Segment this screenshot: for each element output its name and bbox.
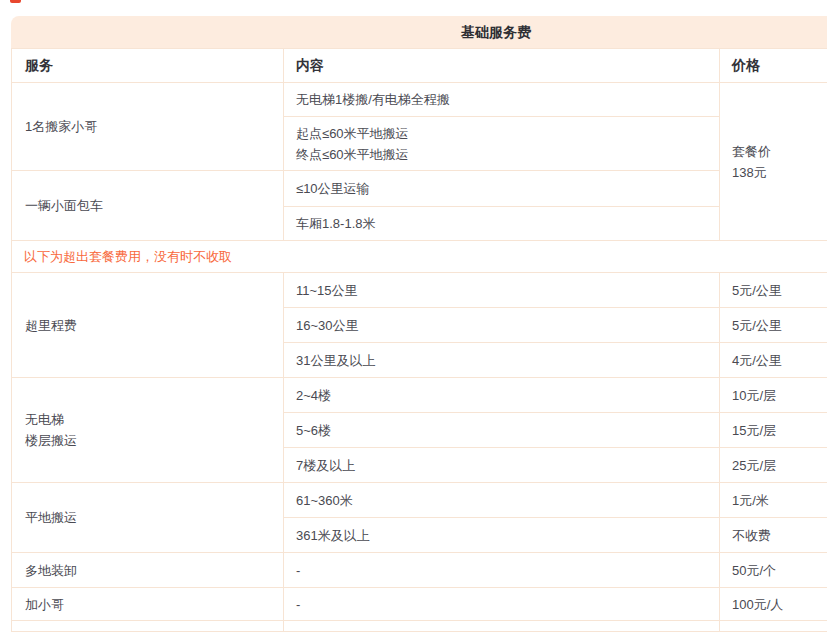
service-cell-mover: 1名搬家小哥 bbox=[12, 83, 284, 171]
service-cell-extra-mover: 加小哥 bbox=[12, 588, 284, 621]
price-cell: 10元/层 bbox=[720, 378, 827, 413]
content-cell: - bbox=[284, 553, 720, 588]
price-cell: 不收费 bbox=[720, 518, 827, 553]
column-header-row: 服务 内容 价格 bbox=[12, 49, 827, 83]
price-cell: 4元/公里 bbox=[720, 343, 827, 378]
col-header-service: 服务 bbox=[12, 49, 284, 83]
col-header-content: 内容 bbox=[284, 49, 720, 83]
price-cell: 1元/米 bbox=[720, 483, 827, 518]
cutoff-red-element bbox=[10, 0, 21, 3]
content-cell: 7楼及以上 bbox=[284, 448, 720, 483]
empty-cell bbox=[284, 621, 720, 632]
content-cell: 16~30公里 bbox=[284, 308, 720, 343]
table-row: 无电梯 楼层搬运 2~4楼 10元/层 bbox=[12, 378, 827, 413]
content-cell: 2~4楼 bbox=[284, 378, 720, 413]
service-cell-extra-mileage: 超里程费 bbox=[12, 273, 284, 378]
basic-service-fee-table: 基础服务费 服务 内容 价格 1名搬家小哥 无电梯1楼搬/有电梯全程搬 套餐价 … bbox=[11, 16, 827, 632]
service-cell-no-elevator: 无电梯 楼层搬运 bbox=[12, 378, 284, 483]
content-cell: ≤10公里运输 bbox=[284, 171, 720, 207]
content-cell: 31公里及以上 bbox=[284, 343, 720, 378]
price-cell: 25元/层 bbox=[720, 448, 827, 483]
content-cell: - bbox=[284, 588, 720, 621]
content-cell: 11~15公里 bbox=[284, 273, 720, 308]
table-title: 基础服务费 bbox=[11, 16, 827, 48]
empty-cell bbox=[720, 621, 827, 632]
content-cell: 361米及以上 bbox=[284, 518, 720, 553]
extra-fee-notice: 以下为超出套餐费用，没有时不收取 bbox=[12, 241, 827, 273]
service-cell-van: 一辆小面包车 bbox=[12, 171, 284, 241]
content-cell: 61~360米 bbox=[284, 483, 720, 518]
content-cell: 5~6楼 bbox=[284, 413, 720, 448]
table-row: 一辆小面包车 ≤10公里运输 bbox=[12, 171, 827, 207]
content-cell: 无电梯1楼搬/有电梯全程搬 bbox=[284, 83, 720, 117]
service-cell-multi-stop: 多地装卸 bbox=[12, 553, 284, 588]
price-cell: 100元/人 bbox=[720, 588, 827, 621]
col-header-price: 价格 bbox=[720, 49, 827, 83]
fee-table: 服务 内容 价格 1名搬家小哥 无电梯1楼搬/有电梯全程搬 套餐价 138元 起… bbox=[11, 48, 827, 632]
price-cell: 5元/公里 bbox=[720, 273, 827, 308]
empty-cell bbox=[12, 621, 284, 632]
notice-row: 以下为超出套餐费用，没有时不收取 bbox=[12, 241, 827, 273]
content-cell: 车厢1.8-1.8米 bbox=[284, 207, 720, 241]
table-row: 超里程费 11~15公里 5元/公里 bbox=[12, 273, 827, 308]
service-cell-ground-carry: 平地搬运 bbox=[12, 483, 284, 553]
package-price-cell: 套餐价 138元 bbox=[720, 83, 827, 241]
table-row: 平地搬运 61~360米 1元/米 bbox=[12, 483, 827, 518]
price-cell: 50元/个 bbox=[720, 553, 827, 588]
price-cell: 15元/层 bbox=[720, 413, 827, 448]
table-row: 加小哥 - 100元/人 bbox=[12, 588, 827, 621]
table-row: 1名搬家小哥 无电梯1楼搬/有电梯全程搬 套餐价 138元 bbox=[12, 83, 827, 117]
price-cell: 5元/公里 bbox=[720, 308, 827, 343]
table-row: 多地装卸 - 50元/个 bbox=[12, 553, 827, 588]
page-viewport: 基础服务费 服务 内容 价格 1名搬家小哥 无电梯1楼搬/有电梯全程搬 套餐价 … bbox=[0, 0, 827, 632]
content-cell: 起点≤60米平地搬运 终点≤60米平地搬运 bbox=[284, 117, 720, 171]
cutoff-row bbox=[12, 621, 827, 632]
